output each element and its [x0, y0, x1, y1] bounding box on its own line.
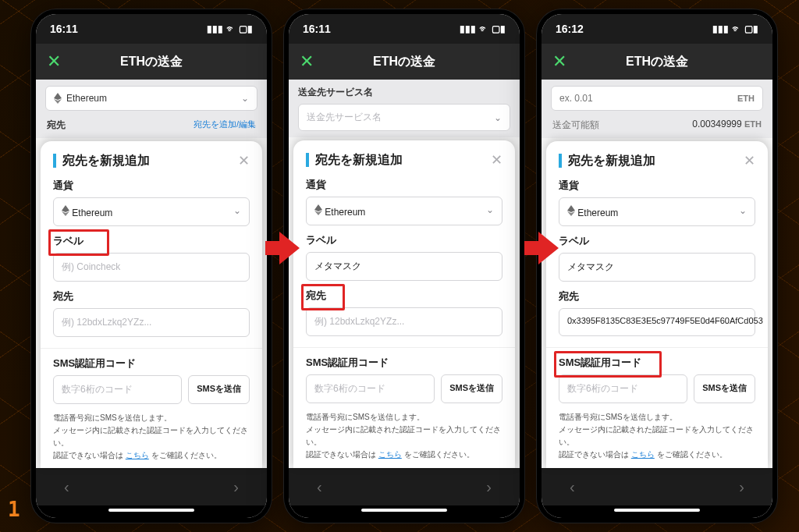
amount-unit: ETH	[737, 94, 755, 103]
coin-name: Ethereum	[66, 93, 107, 104]
sms-code-input[interactable]: 数字6桁のコード	[559, 374, 687, 403]
sms-note: 電話番号宛にSMSを送信します。 メッセージ内に記載された認証コードを入力してく…	[559, 411, 755, 461]
label-input[interactable]: メタマスク	[559, 253, 755, 282]
address-input[interactable]: 例) 12bdxLzkq2YZz...	[306, 307, 502, 336]
status-icons: ▮▮▮ ᯤ ▢▮	[207, 23, 253, 34]
sms-field-label: SMS認証用コード	[53, 356, 250, 371]
chevron-down-icon: ⌄	[739, 205, 747, 216]
label-field-label: ラベル	[53, 234, 250, 248]
wifi-icon: ᯤ	[732, 23, 741, 34]
currency-label: 通貨	[559, 179, 755, 193]
phone-3: 16:12 ▮▮▮ ᯤ ▢▮ ✕ ETHの送金 ex. 0.01ETH 送金可能…	[537, 9, 777, 523]
label-input[interactable]: 例) Coincheck	[53, 253, 250, 282]
amount-input[interactable]: ex. 0.01ETH	[551, 86, 763, 111]
close-icon[interactable]: ✕	[300, 51, 314, 72]
sms-field-label: SMS認証用コード	[306, 356, 502, 370]
wifi-icon: ᯤ	[226, 23, 236, 34]
modal-close-icon[interactable]: ✕	[491, 151, 502, 168]
modal-close-icon[interactable]: ✕	[238, 152, 250, 169]
phone-2: 16:11 ▮▮▮ ᯤ ▢▮ ✕ ETHの送金 送金先サービス名 送金先サービス…	[284, 9, 524, 523]
send-sms-button[interactable]: SMSを送信	[441, 374, 502, 403]
add-recipient-modal: 宛先を新規追加 ✕ 通貨 Ethereum⌄ ラベル メタマスク 宛先 0x33…	[546, 141, 768, 468]
modal-title: 宛先を新規追加	[568, 153, 655, 169]
ethereum-icon	[54, 93, 62, 104]
accent-bar	[53, 154, 56, 168]
currency-select[interactable]: Ethereum⌄	[306, 197, 502, 225]
under-header: Ethereum⌄ 宛先宛先を追加/編集	[36, 80, 267, 138]
close-icon[interactable]: ✕	[47, 51, 61, 72]
amount-placeholder: ex. 0.01	[559, 93, 593, 104]
currency-select[interactable]: Ethereum⌄	[559, 197, 755, 226]
address-field-label: 宛先	[53, 289, 250, 303]
address-input[interactable]: 例) 12bdxLzkq2YZz...	[53, 308, 250, 337]
arrow-1	[265, 230, 300, 266]
address-field-label: 宛先	[306, 289, 502, 303]
nav-back-icon[interactable]: ‹	[64, 478, 69, 496]
home-indicator	[36, 505, 267, 518]
currency-select[interactable]: Ethereum⌄	[53, 197, 250, 226]
available-label: 送金可能額	[552, 119, 599, 132]
label-field-label: ラベル	[559, 234, 755, 248]
arrow-2	[524, 230, 559, 266]
clock: 16:12	[556, 23, 584, 35]
close-icon[interactable]: ✕	[552, 51, 566, 72]
modal-title: 宛先を新規追加	[62, 153, 150, 169]
service-select[interactable]: 送金先サービス名⌄	[298, 104, 510, 131]
signal-icon: ▮▮▮	[207, 23, 223, 34]
bottom-nav: ‹ ›	[36, 468, 267, 505]
status-icons: ▮▮▮ ᯤ ▢▮	[460, 23, 506, 34]
screen-header: ✕ ETHの送金	[289, 44, 520, 80]
currency-label: 通貨	[53, 179, 250, 193]
nav-forward-icon[interactable]: ›	[233, 478, 239, 496]
under-header: ex. 0.01ETH 送金可能額0.00349999 ETH	[542, 80, 772, 138]
bottom-nav: ‹ ›	[542, 468, 772, 505]
add-recipient-modal: 宛先を新規追加 ✕ 通貨 Ethereum⌄ ラベル メタマスク 宛先 例) 1…	[293, 140, 515, 468]
sms-note: 電話番号宛にSMSを送信します。 メッセージ内に記載された認証コードを入力してく…	[53, 412, 250, 462]
status-bar: 16:11 ▮▮▮ ᯤ ▢▮	[36, 14, 267, 44]
screen-header: ✕ ETHの送金	[542, 44, 772, 80]
sms-note: 電話番号宛にSMSを送信します。 メッセージ内に記載された認証コードを入力してく…	[306, 411, 502, 461]
sms-help-link[interactable]: こちら	[631, 450, 655, 459]
home-indicator	[542, 505, 772, 518]
nav-forward-icon[interactable]: ›	[486, 478, 492, 496]
bottom-nav: ‹ ›	[289, 468, 520, 505]
service-label: 送金先サービス名	[298, 86, 510, 99]
nav-back-icon[interactable]: ‹	[570, 478, 575, 496]
label-input[interactable]: メタマスク	[306, 252, 502, 281]
screen-title: ETHの送金	[626, 54, 688, 70]
signal-icon: ▮▮▮	[460, 23, 476, 34]
label-field-label: ラベル	[306, 233, 502, 247]
ethereum-icon	[62, 205, 69, 216]
chevron-down-icon: ⌄	[241, 93, 249, 104]
send-sms-button[interactable]: SMSを送信	[188, 375, 250, 404]
screen-header: ✕ ETHの送金	[36, 44, 267, 80]
accent-bar	[306, 153, 309, 167]
ethereum-icon	[567, 205, 575, 216]
coin-select[interactable]: Ethereum⌄	[45, 86, 257, 111]
currency-label: 通貨	[306, 178, 502, 192]
available-value: 0.00349999 ETH	[692, 119, 762, 132]
wifi-icon: ᯤ	[479, 23, 488, 34]
address-input[interactable]: 0x3395F8135C83E3E5c97749F5E0d4F60AfCd053	[559, 308, 755, 336]
address-field-label: 宛先	[559, 289, 755, 303]
sms-field-label: SMS認証用コード	[559, 356, 755, 370]
phone-1: 16:11 ▮▮▮ ᯤ ▢▮ ✕ ETHの送金 Ethereum⌄ 宛先宛先を追…	[31, 9, 272, 523]
modal-title: 宛先を新規追加	[315, 152, 403, 168]
clock: 16:11	[50, 23, 78, 35]
nav-forward-icon[interactable]: ›	[739, 478, 744, 496]
ethereum-icon	[314, 204, 322, 215]
modal-close-icon[interactable]: ✕	[744, 152, 755, 169]
nav-back-icon[interactable]: ‹	[317, 478, 322, 496]
sms-help-link[interactable]: こちら	[126, 451, 149, 459]
accent-bar	[559, 154, 562, 168]
battery-icon: ▢▮	[492, 23, 506, 34]
signal-icon: ▮▮▮	[712, 23, 729, 34]
send-sms-button[interactable]: SMSを送信	[694, 374, 755, 403]
sms-code-input[interactable]: 数字6桁のコード	[306, 374, 435, 403]
edit-addr-link[interactable]: 宛先を追加/編集	[194, 119, 256, 132]
status-icons: ▮▮▮ ᯤ ▢▮	[712, 23, 758, 34]
status-bar: 16:12 ▮▮▮ ᯤ ▢▮	[542, 14, 772, 44]
screen-title: ETHの送金	[120, 54, 183, 70]
sms-code-input[interactable]: 数字6桁のコード	[53, 375, 182, 404]
sms-help-link[interactable]: こちら	[378, 450, 402, 459]
